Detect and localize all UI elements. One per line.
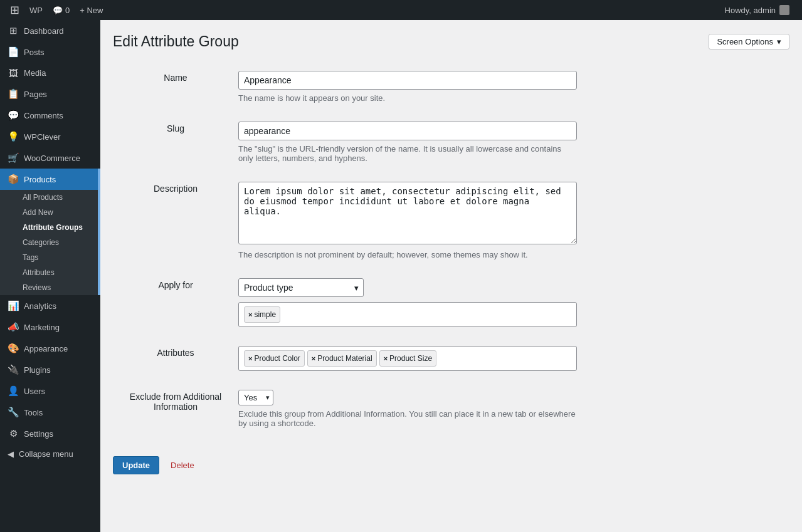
main-content: Edit Attribute Group Screen Options ▾ Na… <box>100 20 802 532</box>
apply-for-row: Apply for Product type All products Simp… <box>113 269 789 336</box>
submenu-label: Reviews <box>23 283 51 292</box>
sidebar-item-appearance[interactable]: 🎨 Appearance <box>0 338 100 359</box>
page-header: Edit Attribute Group Screen Options ▾ <box>113 33 789 51</box>
submenu-add-new[interactable]: Add New <box>0 205 100 220</box>
sidebar-item-comments[interactable]: 💬 Comments <box>0 105 100 126</box>
tag-remove-icon[interactable]: × <box>248 311 252 318</box>
sidebar-item-plugins[interactable]: 🔌 Plugins <box>0 359 100 380</box>
submenu-tags[interactable]: Tags <box>0 250 100 265</box>
slug-input[interactable] <box>238 122 577 140</box>
howdy-label: Howdy, admin <box>725 6 776 15</box>
exclude-select[interactable]: Yes No <box>238 390 273 405</box>
submenu-reviews[interactable]: Reviews <box>0 280 100 295</box>
tag-label: Product Size <box>389 354 432 363</box>
tag-remove-icon[interactable]: × <box>248 355 252 362</box>
analytics-icon: 📊 <box>8 300 19 311</box>
tag-label: Product Material <box>317 354 372 363</box>
sidebar-item-label: Pages <box>24 90 47 99</box>
wp-logo-link[interactable]: ⊞ <box>5 0 24 20</box>
exclude-description: Exclude this group from Additional Infor… <box>238 409 577 428</box>
tag-item-product-size[interactable]: × Product Size <box>379 350 436 367</box>
sidebar-item-label: Posts <box>24 48 45 57</box>
sidebar-item-label: Appearance <box>24 344 68 353</box>
description-textarea[interactable] <box>238 182 577 244</box>
products-icon: 📦 <box>8 174 19 185</box>
tag-remove-icon[interactable]: × <box>384 355 388 362</box>
description-label: Description <box>154 184 198 194</box>
sidebar-item-wpclever[interactable]: 💡 WPClever <box>0 126 100 147</box>
site-name-link[interactable]: WP <box>24 0 48 20</box>
attributes-label: Attributes <box>157 348 194 358</box>
apply-for-wrapper: Product type All products Simple product… <box>238 278 364 297</box>
tag-label: simple <box>254 310 276 319</box>
sidebar-item-posts[interactable]: 📄 Posts <box>0 41 100 63</box>
name-description: The name is how it appears on your site. <box>238 93 577 103</box>
posts-icon: 📄 <box>8 46 19 58</box>
name-row: Name The name is how it appears on your … <box>113 61 789 112</box>
collapse-menu-button[interactable]: ◀ Collapse menu <box>0 444 100 464</box>
comments-link[interactable]: 💬 0 <box>48 0 75 20</box>
description-row: Description The description is not promi… <box>113 172 789 269</box>
comments-icon: 💬 <box>53 6 63 15</box>
sidebar-item-analytics[interactable]: 📊 Analytics <box>0 295 100 316</box>
apply-for-select[interactable]: Product type All products Simple product… <box>238 278 364 297</box>
site-name: WP <box>29 6 43 15</box>
submenu-categories[interactable]: Categories <box>0 235 100 250</box>
sidebar-item-dashboard[interactable]: ⊞ Dashboard <box>0 20 100 41</box>
submenu-all-products[interactable]: All Products <box>0 190 100 205</box>
tag-item-product-color[interactable]: × Product Color <box>244 350 305 367</box>
screen-options-button[interactable]: Screen Options ▾ <box>709 34 789 50</box>
sidebar-item-pages[interactable]: 📋 Pages <box>0 83 100 105</box>
sidebar-item-label: Tools <box>24 408 43 417</box>
new-content-link[interactable]: + New <box>75 0 108 20</box>
sidebar-item-label: Plugins <box>24 365 51 375</box>
apply-for-tags-field[interactable]: × simple <box>238 302 577 327</box>
settings-icon: ⚙ <box>8 428 19 439</box>
sidebar-item-label: Marketing <box>24 323 60 332</box>
appearance-icon: 🎨 <box>8 343 19 354</box>
tag-item-product-material[interactable]: × Product Material <box>307 350 377 367</box>
marketing-icon: 📣 <box>8 321 19 333</box>
exclude-row: Exclude from Additional Information Yes … <box>113 380 789 437</box>
sidebar-item-woocommerce[interactable]: 🛒 WooCommerce <box>0 147 100 169</box>
howdy-text: Howdy, admin <box>717 5 797 15</box>
exclude-label: Exclude from Additional Information <box>130 392 221 412</box>
submenu-attributes[interactable]: Attributes <box>0 265 100 280</box>
update-button[interactable]: Update <box>113 456 159 474</box>
tag-item[interactable]: × simple <box>244 306 280 323</box>
sidebar-item-label: Products <box>24 175 56 184</box>
plugins-icon: 🔌 <box>8 364 19 375</box>
submenu-label: Attributes <box>23 268 55 277</box>
attributes-tags-field[interactable]: × Product Color × Product Material × Pro… <box>238 346 577 371</box>
sidebar-item-label: WooCommerce <box>24 154 80 163</box>
tag-remove-icon[interactable]: × <box>312 355 315 362</box>
new-label: + New <box>80 6 103 15</box>
woocommerce-icon: 🛒 <box>8 152 19 164</box>
comments-count: 0 <box>65 6 70 15</box>
attributes-row: Attributes × Product Color × Product <box>113 336 789 380</box>
submenu-label: All Products <box>23 193 63 202</box>
sidebar-item-marketing[interactable]: 📣 Marketing <box>0 316 100 338</box>
sidebar-item-settings[interactable]: ⚙ Settings <box>0 423 100 444</box>
sidebar-item-tools[interactable]: 🔧 Tools <box>0 402 100 423</box>
submenu-attribute-groups[interactable]: Attribute Groups <box>0 220 100 235</box>
collapse-label: Collapse menu <box>19 449 73 459</box>
screen-options-label: Screen Options <box>717 37 773 46</box>
sidebar-item-media[interactable]: 🖼 Media <box>0 63 100 83</box>
slug-label: Slug <box>167 123 184 133</box>
name-label: Name <box>164 73 187 83</box>
sidebar-item-products[interactable]: 📦 Products All Products Add New <box>0 169 100 295</box>
delete-button[interactable]: Delete <box>166 457 199 474</box>
sidebar-item-users[interactable]: 👤 Users <box>0 380 100 402</box>
media-icon: 🖼 <box>8 68 19 78</box>
page-title: Edit Attribute Group <box>113 33 239 51</box>
admin-menu: ⊞ Dashboard 📄 Posts 🖼 Media 📋 P <box>0 20 100 444</box>
attribute-group-form: Name The name is how it appears on your … <box>113 61 789 437</box>
wp-logo-icon: ⊞ <box>10 3 19 17</box>
sidebar: ⊞ Dashboard 📄 Posts 🖼 Media 📋 P <box>0 20 100 532</box>
name-input[interactable] <box>238 71 577 90</box>
sidebar-item-label: Analytics <box>24 301 56 311</box>
dashboard-icon: ⊞ <box>8 25 19 36</box>
slug-row: Slug The "slug" is the URL-friendly vers… <box>113 112 789 172</box>
exclude-select-wrapper: Yes No <box>238 390 273 405</box>
